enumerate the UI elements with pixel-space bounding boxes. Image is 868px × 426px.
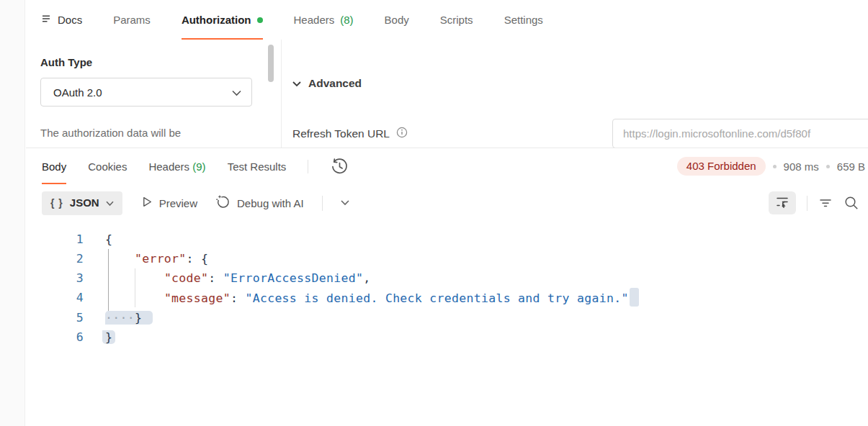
response-time[interactable]: 908 ms: [784, 160, 819, 173]
divider: [807, 196, 807, 211]
auth-advanced-pane: Advanced Refresh Token URL: [282, 40, 868, 148]
meta-separator-dot: [773, 165, 777, 168]
token-punc: :: [231, 291, 245, 305]
response-body-toolbar: { } JSON Preview Debug with A: [26, 184, 868, 222]
line-number: 3: [26, 268, 84, 288]
format-selected-value: JSON: [70, 196, 99, 209]
tab-body[interactable]: Body: [385, 0, 409, 40]
code-line: "code": "ErrorAccessDenied",: [84, 268, 370, 288]
token-key: "message": [164, 291, 231, 305]
response-tab-headers[interactable]: Headers (9): [148, 148, 205, 184]
token-ws: [105, 291, 164, 305]
line-number: 2: [26, 249, 84, 268]
advanced-section-toggle[interactable]: Advanced: [292, 77, 362, 90]
preview-button[interactable]: Preview: [140, 196, 197, 210]
response-tab-test-results-label: Test Results: [228, 160, 287, 173]
more-actions-chevron[interactable]: [341, 200, 349, 206]
token-str: "Access is denied. Check credentials and…: [245, 291, 628, 305]
text-selection: [630, 288, 639, 307]
text-selection: }: [102, 330, 115, 344]
token-punc: ,: [363, 271, 370, 285]
token-punc: {: [105, 232, 112, 246]
line-number: 1: [26, 230, 84, 249]
auth-pane-scrollbar[interactable]: [268, 45, 274, 82]
response-tab-test-results[interactable]: Test Results: [228, 148, 287, 184]
code-line: "error": {: [84, 249, 208, 268]
format-select-button[interactable]: { } JSON: [42, 191, 122, 215]
tab-params[interactable]: Params: [113, 0, 151, 40]
response-tab-headers-count: (9): [192, 160, 205, 173]
line-number: 4: [26, 288, 84, 308]
tab-authorization-label: Authorization: [182, 14, 251, 26]
chevron-down-icon: [232, 86, 241, 99]
history-icon[interactable]: [330, 157, 349, 176]
refresh-token-url-input[interactable]: [612, 119, 868, 148]
advanced-label: Advanced: [308, 77, 362, 90]
tab-headers-count: (8): [340, 14, 353, 26]
chevron-down-icon: [106, 196, 114, 209]
toolbar-right: [769, 191, 859, 214]
search-icon[interactable]: [844, 195, 859, 211]
token-punc: }: [135, 311, 142, 325]
code-line: }: [84, 327, 115, 347]
tab-docs[interactable]: Docs: [40, 0, 82, 40]
auth-type-select[interactable]: OAuth 2.0: [40, 78, 252, 106]
wrap-text-icon: [775, 194, 789, 212]
auth-type-heading: Auth Type: [40, 56, 281, 68]
response-editor[interactable]: 1{2 "error": {3 "code": "ErrorAccessDeni…: [26, 222, 868, 347]
code-line: ····}: [84, 308, 153, 327]
response-tabbar: Body Cookies Headers (9) Test Results 40…: [26, 148, 868, 184]
code-line: {: [84, 230, 112, 249]
auth-type-selected-value: OAuth 2.0: [53, 86, 102, 99]
doc-text-icon: [40, 13, 52, 27]
token-str: "ErrorAccessDenied": [223, 271, 363, 285]
tab-body-label: Body: [385, 14, 409, 26]
text-selection: ····}: [105, 311, 153, 325]
request-response-panel: Docs Params Authorization Headers (8) Bo…: [26, 0, 868, 426]
editor-line[interactable]: 1{: [26, 230, 868, 249]
token-punc: :: [208, 271, 223, 285]
auth-configured-dot: [257, 17, 263, 23]
token-punc: : {: [187, 252, 209, 266]
divider: [322, 196, 323, 211]
debug-with-ai-button[interactable]: Debug with AI: [215, 194, 304, 212]
editor-line[interactable]: 6}: [26, 327, 868, 347]
response-tab-body[interactable]: Body: [42, 148, 66, 184]
play-icon: [140, 196, 153, 210]
response-meta: 403 Forbidden 908 ms 659 B: [677, 148, 867, 184]
tab-docs-label: Docs: [58, 14, 82, 26]
status-badge[interactable]: 403 Forbidden: [677, 157, 766, 176]
line-number: 5: [26, 308, 84, 327]
app-sidebar-edge: [0, 0, 25, 426]
tab-params-label: Params: [113, 14, 151, 26]
tab-authorization[interactable]: Authorization: [182, 0, 263, 40]
refresh-token-url-label: Refresh Token URL: [292, 127, 390, 140]
token-key: "code": [164, 271, 208, 285]
token-punc: }: [105, 330, 112, 344]
response-tab-body-label: Body: [42, 160, 66, 173]
editor-line[interactable]: 5····}: [26, 308, 868, 327]
info-icon[interactable]: [396, 127, 408, 141]
response-tab-cookies[interactable]: Cookies: [88, 148, 127, 184]
response-section: Body Cookies Headers (9) Test Results 40…: [26, 148, 868, 426]
token-ws: [105, 271, 164, 285]
response-size[interactable]: 659 B: [837, 160, 865, 173]
code-line: "message": "Access is denied. Check cred…: [84, 288, 639, 308]
curly-braces-icon: { }: [50, 197, 63, 209]
filter-icon[interactable]: [818, 196, 833, 210]
tab-headers[interactable]: Headers (8): [294, 0, 354, 40]
request-tabbar: Docs Params Authorization Headers (8) Bo…: [26, 0, 868, 40]
editor-line[interactable]: 4 "message": "Access is denied. Check cr…: [26, 288, 868, 308]
tab-scripts[interactable]: Scripts: [440, 0, 473, 40]
authorization-panes: Auth Type OAuth 2.0 The authorization da…: [26, 40, 868, 148]
wrap-text-button[interactable]: [769, 191, 796, 214]
token-ws: [105, 252, 135, 266]
tab-settings[interactable]: Settings: [504, 0, 543, 40]
response-tab-headers-label: Headers: [148, 160, 189, 173]
tab-settings-label: Settings: [504, 14, 543, 26]
editor-line[interactable]: 2 "error": {: [26, 249, 868, 268]
editor-line[interactable]: 3 "code": "ErrorAccessDenied",: [26, 268, 868, 288]
chevron-down-icon: [292, 77, 301, 90]
auth-type-pane: Auth Type OAuth 2.0 The authorization da…: [26, 40, 282, 148]
token-key: "error": [135, 252, 187, 266]
